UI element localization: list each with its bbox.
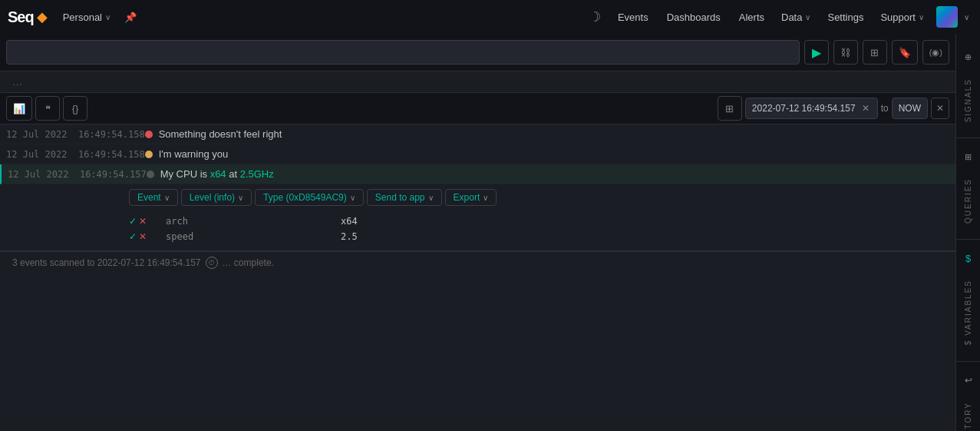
clear-date-range-button[interactable]: ✕ — [931, 98, 949, 119]
level-action-button[interactable]: Level (info) ∨ — [181, 189, 252, 206]
send-app-chevron-icon: ∨ — [428, 194, 434, 202]
event-row[interactable]: 12 Jul 2022 16:49:54.158 I'm warning you — [0, 144, 955, 164]
speed-highlight: 2.5GHz — [240, 168, 274, 180]
avatar[interactable] — [936, 6, 958, 28]
sidebar-queries-section: ⊞ QUERIES — [956, 140, 980, 240]
action-bar: Event ∨ Level (info) ∨ Type (0xD8549AC9)… — [0, 184, 955, 211]
event-timestamp: 12 Jul 2022 16:49:54.157 — [8, 167, 147, 180]
event-message: My CPU is x64 at 2.5GHz — [160, 167, 949, 180]
variables-icon-button[interactable]: $ — [958, 247, 979, 269]
dashboards-nav-link[interactable]: Dashboards — [659, 8, 728, 26]
support-nav-dropdown[interactable]: Support ∨ — [874, 8, 930, 26]
theme-toggle-button[interactable]: ☽ — [582, 5, 607, 28]
events-list: 12 Jul 2022 16:49:54.158 Something doesn… — [0, 124, 955, 431]
ellipsis-row: … — [0, 71, 955, 92]
alerts-nav-link[interactable]: Alerts — [731, 8, 772, 26]
prop-icons: ✓ ✕ — [129, 231, 160, 242]
logo: Seq ◆ — [8, 8, 48, 26]
event-chevron-icon: ∨ — [164, 194, 170, 202]
data-nav-dropdown[interactable]: Data ∨ — [775, 8, 817, 26]
info-level-icon — [147, 171, 154, 178]
event-row-selected[interactable]: 12 Jul 2022 16:49:54.157 My CPU is x64 a… — [0, 164, 955, 184]
event-message: Something doesn't feel right — [159, 127, 949, 140]
variables-label[interactable]: $ VARIABLES — [964, 270, 972, 354]
filter-exclude-icon[interactable]: ✕ — [139, 231, 147, 242]
chart-view-button[interactable]: 📊 — [6, 96, 32, 121]
view-toolbar: 📊 ❝ {} — [6, 96, 87, 121]
event-action-button[interactable]: Event ∨ — [129, 189, 178, 206]
property-row: ✓ ✕ speed 2.5 — [129, 229, 949, 244]
center-content: ▶ ⛓ ⊞ 🔖 (◉) … 📊 ❝ {} ⊞ 2022-07-12 16:49:… — [0, 34, 955, 431]
logo-flame-icon: ◆ — [37, 8, 48, 25]
signal-button[interactable]: (◉) — [922, 40, 949, 65]
signals-icon-button[interactable]: ⊕ — [958, 46, 979, 68]
prop-name: speed — [166, 231, 335, 242]
filter-exclude-icon[interactable]: ✕ — [139, 216, 147, 227]
run-button[interactable]: ▶ — [804, 40, 829, 65]
workspace-dropdown[interactable]: Personal ∨ — [57, 8, 117, 26]
property-row: ✓ ✕ arch x64 — [129, 214, 949, 229]
events-nav-link[interactable]: Events — [610, 8, 656, 26]
search-bar-row: ▶ ⛓ ⊞ 🔖 (◉) — [0, 34, 955, 71]
date-to-label: to — [881, 103, 889, 114]
sidebar-signals-section: ⊕ SIGNALS — [956, 40, 980, 138]
signals-label[interactable]: SIGNALS — [964, 69, 972, 131]
warning-level-icon — [145, 151, 153, 158]
prop-value: 2.5 — [341, 231, 358, 242]
sidebar-history-section: ↩ HISTORY — [956, 363, 980, 431]
from-date-input[interactable]: 2022-07-12 16:49:54.157 ✕ — [745, 98, 878, 119]
history-icon-button[interactable]: ↩ — [958, 370, 979, 391]
status-bar: 3 events scanned to 2022-07-12 16:49:54.… — [0, 251, 955, 274]
status-suffix: … complete. — [223, 257, 274, 268]
event-timestamp: 12 Jul 2022 16:49:54.158 — [6, 127, 145, 140]
level-chevron-icon: ∨ — [238, 194, 243, 202]
event-message: I'm warning you — [159, 147, 949, 160]
event-timestamp: 12 Jul 2022 16:49:54.158 — [6, 147, 145, 160]
error-level-icon — [145, 131, 153, 138]
top-nav: Seq ◆ Personal ∨ 📌 ☽ Events Dashboards A… — [0, 0, 980, 34]
status-text: 3 events scanned to 2022-07-12 16:49:54.… — [12, 257, 201, 268]
queries-label[interactable]: QUERIES — [964, 169, 972, 233]
code-view-button[interactable]: {} — [63, 96, 87, 121]
avatar-chevron-icon[interactable]: ∨ — [961, 10, 972, 25]
date-range-group: ⊞ 2022-07-12 16:49:54.157 ✕ to NOW ✕ — [718, 96, 949, 121]
clock-icon[interactable]: ⏱ — [206, 257, 218, 269]
expanded-event-section: Event ∨ Level (info) ∨ Type (0xD8549AC9)… — [0, 184, 955, 251]
prop-icons: ✓ ✕ — [129, 216, 160, 227]
bookmark-button[interactable]: 🔖 — [892, 40, 918, 65]
quote-view-button[interactable]: ❝ — [35, 96, 60, 121]
queries-icon-button[interactable]: ⊞ — [958, 146, 979, 167]
clear-from-date-button[interactable]: ✕ — [860, 103, 871, 114]
columns-button[interactable]: ⊞ — [863, 40, 887, 65]
support-chevron-icon: ∨ — [919, 13, 924, 22]
export-action-button[interactable]: Export ∨ — [445, 189, 497, 206]
prop-name: arch — [166, 216, 335, 227]
logo-text: Seq — [8, 8, 34, 26]
properties-table: ✓ ✕ arch x64 ✓ ✕ speed 2.5 — [0, 211, 955, 250]
to-date-input[interactable]: NOW — [892, 98, 928, 119]
send-to-app-button[interactable]: Send to app ∨ — [367, 189, 442, 206]
right-sidebar: ⊕ SIGNALS ⊞ QUERIES $ $ VARIABLES ↩ HIST… — [955, 34, 980, 431]
type-action-button[interactable]: Type (0xD8549AC9) ∨ — [255, 189, 364, 206]
link-button[interactable]: ⛓ — [833, 40, 858, 65]
workspace-chevron-icon: ∨ — [105, 13, 111, 22]
export-chevron-icon: ∨ — [483, 194, 488, 202]
search-input[interactable] — [6, 40, 800, 65]
arch-highlight: x64 — [210, 168, 226, 180]
main-layout: ▶ ⛓ ⊞ 🔖 (◉) … 📊 ❝ {} ⊞ 2022-07-12 16:49:… — [0, 34, 980, 431]
settings-nav-link[interactable]: Settings — [820, 8, 871, 26]
sidebar-variables-section: $ $ VARIABLES — [956, 241, 980, 361]
event-row[interactable]: 12 Jul 2022 16:49:54.158 Something doesn… — [0, 124, 955, 144]
pin-icon[interactable]: 📌 — [120, 8, 141, 26]
filter-include-icon[interactable]: ✓ — [129, 216, 137, 227]
data-chevron-icon: ∨ — [805, 13, 810, 22]
history-label[interactable]: HISTORY — [964, 393, 972, 431]
prop-value: x64 — [341, 216, 358, 227]
date-bar: 📊 ❝ {} ⊞ 2022-07-12 16:49:54.157 ✕ to NO… — [0, 92, 955, 124]
filter-include-icon[interactable]: ✓ — [129, 231, 137, 242]
type-chevron-icon: ∨ — [350, 194, 355, 202]
grid-view-button[interactable]: ⊞ — [718, 96, 742, 121]
